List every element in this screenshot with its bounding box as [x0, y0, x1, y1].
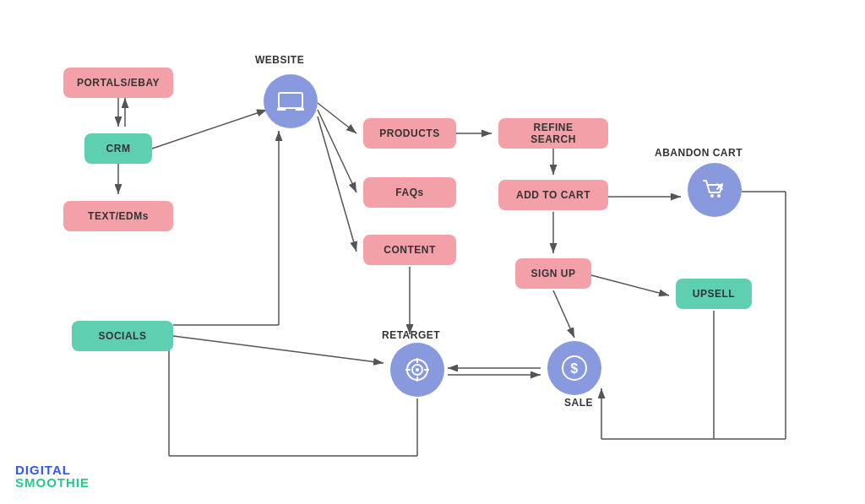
svg-line-13 — [553, 290, 574, 338]
logo-digital: DIGITAL — [15, 463, 90, 476]
svg-line-14 — [591, 275, 669, 295]
abandon-cart-label: ABANDON CART — [655, 147, 743, 159]
refine-search-node: REFINE SEARCH — [498, 118, 608, 149]
sign-up-node: SIGN UP — [515, 258, 591, 289]
svg-line-27 — [173, 336, 384, 363]
text-edms-node: TEXT/EDMs — [63, 201, 173, 231]
retarget-node — [390, 343, 444, 397]
sale-node: $ — [547, 341, 601, 395]
content-node: CONTENT — [363, 235, 456, 265]
svg-line-6 — [318, 103, 356, 133]
svg-text:$: $ — [570, 361, 578, 376]
svg-point-39 — [416, 368, 419, 371]
abandon-cart-node — [688, 163, 742, 217]
logo: DIGITAL SMOOTHIE — [15, 463, 90, 489]
svg-rect-30 — [279, 93, 302, 108]
website-node — [264, 74, 318, 128]
svg-point-33 — [710, 194, 714, 198]
logo-smoothie: SMOOTHIE — [15, 476, 90, 489]
upsell-node: UPSELL — [676, 279, 752, 309]
portals-ebay-node: PORTALS/EBAY — [63, 68, 173, 98]
products-node: PRODUCTS — [363, 118, 456, 149]
faqs-node: FAQs — [363, 177, 456, 208]
retarget-label: RETARGET — [382, 329, 440, 341]
crm-node: CRM — [84, 133, 152, 164]
svg-line-8 — [318, 117, 356, 252]
svg-rect-32 — [286, 109, 296, 111]
socials-node: SOCIALS — [72, 321, 173, 351]
svg-line-7 — [318, 110, 356, 192]
sale-label: SALE — [564, 397, 593, 409]
add-to-cart-node: ADD TO CART — [498, 180, 608, 210]
svg-line-5 — [152, 110, 267, 149]
svg-point-34 — [717, 194, 721, 198]
website-label: WEBSITE — [255, 54, 304, 66]
diagram-container: PORTALS/EBAY CRM TEXT/EDMs SOCIALS WEBSI… — [0, 0, 865, 504]
